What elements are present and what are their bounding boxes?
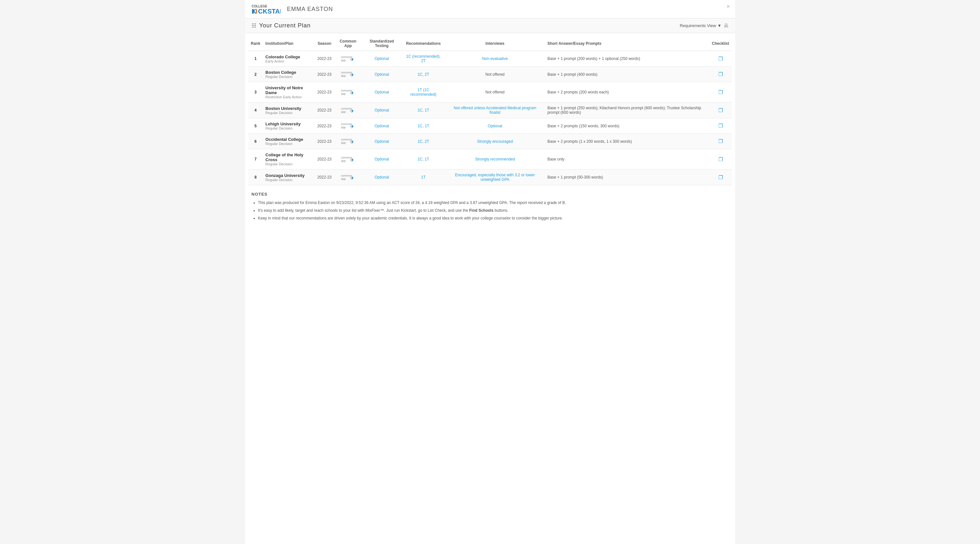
rank-cell: 3	[248, 82, 263, 103]
common-app-logo: commonapp✈	[341, 122, 355, 129]
standardized-link[interactable]: Optional	[374, 175, 389, 179]
notes-item: Keep in mind that our recommendations ar…	[258, 215, 729, 221]
checklist-icon[interactable]: ❐	[718, 174, 723, 180]
checklist-cell[interactable]: ❐	[710, 82, 732, 103]
requirements-view-button[interactable]: Requirements View ▼	[680, 23, 721, 28]
svg-text:✈: ✈	[350, 175, 354, 181]
common-app-cell: commonapp✈	[334, 82, 362, 103]
recommendations-value: 1C, 1T	[417, 124, 429, 128]
standardized-link[interactable]: Optional	[374, 90, 389, 94]
recommendations-value: 1C, 1T	[417, 157, 429, 162]
interviews-value: Not offered	[485, 72, 504, 77]
recommendations-value: 1T	[421, 175, 425, 179]
checklist-cell[interactable]: ❐	[710, 67, 732, 82]
common-app-badge: commonapp✈	[341, 88, 355, 95]
standardized-cell[interactable]: Optional	[362, 118, 402, 134]
standardized-cell[interactable]: Optional	[362, 103, 402, 118]
interviews-cell: Non-evaluative	[445, 51, 545, 67]
checklist-cell[interactable]: ❐	[710, 134, 732, 149]
standardized-cell[interactable]: Optional	[362, 67, 402, 82]
close-button[interactable]: ×	[727, 3, 730, 10]
table-row: 1Colorado CollegeEarly Action2022-23comm…	[248, 51, 732, 67]
checklist-cell[interactable]: ❐	[710, 170, 732, 185]
checklist-cell[interactable]: ❐	[710, 118, 732, 134]
rank-cell: 4	[248, 103, 263, 118]
plan-bar-left: ☷ Your Current Plan	[251, 22, 311, 29]
institution-plan: Regular Decision	[266, 178, 312, 182]
svg-text:app: app	[341, 141, 346, 144]
institution-cell: Lehigh UniversityRegular Decision	[263, 118, 315, 134]
standardized-cell[interactable]: Optional	[362, 134, 402, 149]
recommendations-value: 1C, 2T	[417, 139, 429, 144]
institution-cell: Boston UniversityRegular Decision	[263, 103, 315, 118]
season-cell: 2022-23	[315, 118, 334, 134]
standardized-link[interactable]: Optional	[374, 72, 389, 77]
common-app-badge: commonapp✈	[341, 155, 355, 162]
svg-text:app: app	[341, 110, 346, 113]
col-institution: Institution/Plan	[263, 36, 315, 51]
essay-value: Base + 1 prompt (250 words); Kilachand H…	[547, 106, 701, 115]
season-cell: 2022-23	[315, 103, 334, 118]
standardized-cell[interactable]: Optional	[362, 82, 402, 103]
svg-text:app: app	[341, 92, 346, 95]
season-cell: 2022-23	[315, 134, 334, 149]
checklist-cell[interactable]: ❐	[710, 51, 732, 67]
checklist-cell[interactable]: ❐	[710, 103, 732, 118]
plan-bar-right: Requirements View ▼ 🖶	[680, 23, 729, 29]
print-button[interactable]: 🖶	[724, 23, 729, 29]
institution-name: University of Notre Dame	[266, 86, 312, 95]
standardized-cell[interactable]: Optional	[362, 170, 402, 185]
standardized-link[interactable]: Optional	[374, 124, 389, 128]
common-app-cell: commonapp✈	[334, 103, 362, 118]
checklist-icon[interactable]: ❐	[718, 157, 723, 162]
common-app-cell: commonapp✈	[334, 51, 362, 67]
standardized-link[interactable]: Optional	[374, 139, 389, 144]
col-common-app: Common App	[334, 36, 362, 51]
plan-bar: ☷ Your Current Plan Requirements View ▼ …	[245, 18, 735, 33]
season-cell: 2022-23	[315, 149, 334, 170]
common-app-badge: commonapp✈	[341, 173, 355, 181]
checklist-icon[interactable]: ❐	[718, 123, 723, 128]
interviews-value: Encouraged, especially those with 3.2 or…	[455, 173, 535, 182]
notes-item: It's easy to add likely, target and reac…	[258, 208, 729, 213]
checklist-icon[interactable]: ❐	[718, 71, 723, 77]
standardized-link[interactable]: Optional	[374, 56, 389, 61]
checklist-cell[interactable]: ❐	[710, 149, 732, 170]
common-app-logo: commonapp✈	[341, 88, 355, 95]
checklist-icon[interactable]: ❐	[718, 108, 723, 113]
header: COLLEGE K I CKSTART EMMA EASTON ×	[245, 0, 735, 18]
standardized-cell[interactable]: Optional	[362, 149, 402, 170]
institution-cell: University of Notre DameRestrictive Earl…	[263, 82, 315, 103]
institution-plan: Restrictive Early Action	[266, 95, 312, 99]
standardized-link[interactable]: Optional	[374, 157, 389, 162]
notes-list: This plan was produced for Emma Easton o…	[251, 200, 729, 221]
checklist-icon[interactable]: ❐	[718, 139, 723, 144]
recommendations-cell: 1C, 1T	[402, 118, 445, 134]
checklist-icon[interactable]: ❐	[718, 56, 723, 62]
essay-value: Base + 2 prompts (200 words each)	[547, 90, 609, 94]
common-app-cell: commonapp✈	[334, 67, 362, 82]
common-app-badge: commonapp✈	[341, 106, 355, 113]
table-row: 7College of the Holy CrossRegular Decisi…	[248, 149, 732, 170]
svg-text:app: app	[341, 59, 346, 62]
svg-point-4	[252, 10, 254, 11]
svg-text:✈: ✈	[350, 90, 354, 95]
season-cell: 2022-23	[315, 82, 334, 103]
institution-name: Boston University	[266, 106, 312, 111]
essay-cell: Base + 1 prompt (50-300 words)	[545, 170, 710, 185]
standardized-cell[interactable]: Optional	[362, 51, 402, 67]
essay-value: Base + 1 prompt (400 words)	[547, 72, 597, 77]
rank-cell: 2	[248, 67, 263, 82]
institution-plan: Regular Decision	[266, 75, 312, 79]
header-student-name: EMMA EASTON	[287, 6, 333, 13]
standardized-link[interactable]: Optional	[374, 108, 389, 113]
svg-text:I: I	[256, 8, 258, 15]
table-header-row: Rank Institution/Plan Season Common App …	[248, 36, 732, 51]
institution-plan: Early Action	[266, 59, 312, 63]
notes-section: NOTES This plan was produced for Emma Ea…	[245, 185, 735, 230]
essay-value: Base only	[547, 157, 565, 162]
essay-value: Base + 2 prompts (1 x 200 words, 1 x 300…	[547, 139, 632, 144]
table-row: 3University of Notre DameRestrictive Ear…	[248, 82, 732, 103]
checklist-icon[interactable]: ❐	[718, 90, 723, 95]
interviews-value: Strongly encouraged	[477, 139, 513, 144]
